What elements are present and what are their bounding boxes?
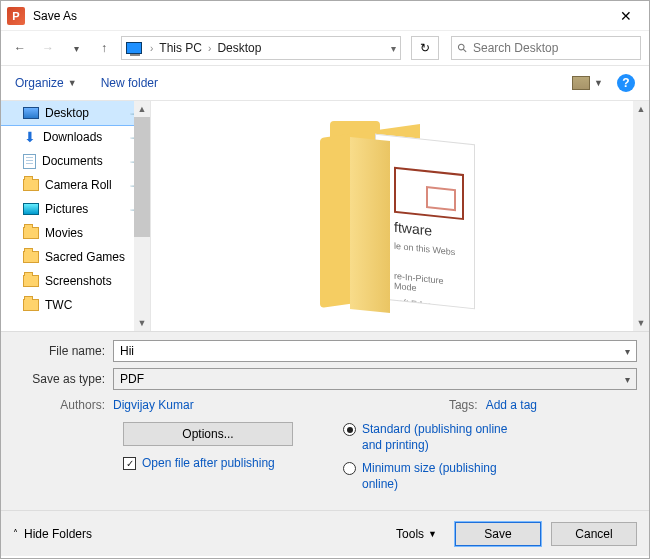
- radio-icon: [343, 423, 356, 436]
- savetype-field[interactable]: PDF ▾: [113, 368, 637, 390]
- sidebar-item-camera-roll[interactable]: Camera Roll 📌: [1, 173, 150, 197]
- app-icon: P: [7, 7, 25, 25]
- cancel-button[interactable]: Cancel: [551, 522, 637, 546]
- sidebar-item-documents[interactable]: Documents 📌: [1, 149, 150, 173]
- search-placeholder: Search Desktop: [473, 41, 558, 55]
- sidebar-item-movies[interactable]: Movies: [1, 221, 150, 245]
- scroll-down-icon[interactable]: ▼: [633, 315, 649, 331]
- this-pc-icon: [126, 42, 142, 54]
- preview-text: re-In-Picture Mode: [394, 271, 466, 299]
- sidebar-item-desktop[interactable]: Desktop 📌: [1, 101, 150, 125]
- footer: ˄ Hide Folders Tools ▼ Save Cancel: [1, 510, 649, 556]
- chevron-down-icon: ▼: [68, 78, 77, 88]
- authors-value[interactable]: Digvijay Kumar: [113, 398, 194, 412]
- title-bar: P Save As ✕: [1, 1, 649, 31]
- up-button[interactable]: ↑: [93, 37, 115, 59]
- radio-standard[interactable]: Standard (publishing online and printing…: [343, 422, 637, 453]
- tools-menu[interactable]: Tools ▼: [396, 527, 437, 541]
- sidebar-item-label: Pictures: [45, 202, 88, 216]
- chevron-down-icon: ▼: [594, 78, 603, 88]
- sidebar-item-pictures[interactable]: Pictures 📌: [1, 197, 150, 221]
- document-icon: [23, 154, 36, 169]
- sidebar-item-screenshots[interactable]: Screenshots: [1, 269, 150, 293]
- search-input[interactable]: ⚲ Search Desktop: [451, 36, 641, 60]
- authors-label: Authors:: [13, 398, 113, 412]
- scroll-down-icon[interactable]: ▼: [134, 315, 150, 331]
- sidebar-item-label: Sacred Games: [45, 250, 125, 264]
- folder-icon: [23, 227, 39, 239]
- tags-label: Tags:: [449, 398, 478, 412]
- save-form: File name: ▾ Save as type: PDF ▾ Authors…: [1, 331, 649, 510]
- savetype-label: Save as type:: [13, 372, 113, 386]
- scroll-thumb[interactable]: [134, 117, 150, 237]
- filename-field[interactable]: ▾: [113, 340, 637, 362]
- preview-text: ftware: [394, 219, 466, 243]
- radio-minimum[interactable]: Minimum size (publishing online): [343, 461, 637, 492]
- desktop-icon: [23, 107, 39, 119]
- filename-label: File name:: [13, 344, 113, 358]
- filename-dropdown[interactable]: ▾: [625, 346, 630, 357]
- breadcrumb-this-pc[interactable]: This PC: [159, 41, 202, 55]
- folder-preview-icon[interactable]: ftware le on this Webs re-In-Picture Mod…: [320, 121, 480, 311]
- sidebar-item-label: Downloads: [43, 130, 102, 144]
- sidebar-item-sacred-games[interactable]: Sacred Games: [1, 245, 150, 269]
- sidebar-item-label: Desktop: [45, 106, 89, 120]
- new-folder-button[interactable]: New folder: [101, 76, 158, 90]
- sidebar-item-label: TWC: [45, 298, 72, 312]
- folder-icon: [23, 251, 39, 263]
- open-after-checkbox[interactable]: ✓ Open file after publishing: [123, 456, 313, 470]
- checkbox-icon: ✓: [123, 457, 136, 470]
- view-mode-button[interactable]: [572, 76, 590, 90]
- sidebar: Desktop 📌 ⬇ Downloads 📌 Documents 📌 Came…: [1, 101, 151, 331]
- address-bar[interactable]: › This PC › Desktop ▾: [121, 36, 401, 60]
- scroll-up-icon[interactable]: ▲: [633, 101, 649, 117]
- nav-row: ← → ▾ ↑ › This PC › Desktop ▾ ↻ ⚲ Search…: [1, 31, 649, 65]
- folder-preview-pane: ftware le on this Webs re-In-Picture Mod…: [151, 101, 649, 331]
- tags-value[interactable]: Add a tag: [486, 398, 537, 412]
- preview-text: soft Edge Chromium: [394, 297, 466, 310]
- sidebar-scrollbar[interactable]: ▲ ▼: [134, 101, 150, 331]
- close-button[interactable]: ✕: [603, 1, 649, 31]
- radio-minimum-label: Minimum size (publishing online): [362, 461, 512, 492]
- download-icon: ⬇: [23, 130, 37, 144]
- sidebar-item-label: Camera Roll: [45, 178, 112, 192]
- filename-input[interactable]: [120, 344, 625, 358]
- toolbar: Organize ▼ New folder ▼ ?: [1, 65, 649, 101]
- hide-folders-button[interactable]: ˄ Hide Folders: [13, 527, 92, 541]
- help-button[interactable]: ?: [617, 74, 635, 92]
- sidebar-item-twc[interactable]: TWC: [1, 293, 150, 317]
- radio-icon: [343, 462, 356, 475]
- picture-icon: [23, 203, 39, 215]
- folder-icon: [23, 299, 39, 311]
- back-button[interactable]: ←: [9, 37, 31, 59]
- preview-scrollbar[interactable]: ▲ ▼: [633, 101, 649, 331]
- search-icon: ⚲: [454, 40, 470, 56]
- open-after-label: Open file after publishing: [142, 456, 275, 470]
- sidebar-item-label: Screenshots: [45, 274, 112, 288]
- body: Desktop 📌 ⬇ Downloads 📌 Documents 📌 Came…: [1, 101, 649, 331]
- sidebar-item-label: Documents: [42, 154, 103, 168]
- scroll-up-icon[interactable]: ▲: [134, 101, 150, 117]
- chevron-right-icon: ›: [150, 43, 153, 54]
- chevron-right-icon: ›: [208, 43, 211, 54]
- savetype-dropdown[interactable]: ▾: [625, 374, 630, 385]
- window-title: Save As: [33, 9, 77, 23]
- radio-standard-label: Standard (publishing online and printing…: [362, 422, 512, 453]
- savetype-value: PDF: [120, 372, 144, 386]
- chevron-down-icon: ▼: [428, 529, 437, 539]
- chevron-up-icon: ˄: [13, 528, 18, 539]
- organize-menu[interactable]: Organize ▼: [15, 76, 77, 90]
- hide-folders-label: Hide Folders: [24, 527, 92, 541]
- address-dropdown[interactable]: ▾: [391, 43, 396, 54]
- sidebar-item-downloads[interactable]: ⬇ Downloads 📌: [1, 125, 150, 149]
- refresh-button[interactable]: ↻: [411, 36, 439, 60]
- breadcrumb-desktop[interactable]: Desktop: [217, 41, 261, 55]
- forward-button[interactable]: →: [37, 37, 59, 59]
- preview-text: le on this Webs: [394, 241, 466, 259]
- options-button[interactable]: Options...: [123, 422, 293, 446]
- save-button[interactable]: Save: [455, 522, 541, 546]
- preview-thumbnail-icon: [394, 167, 464, 220]
- folder-icon: [23, 179, 39, 191]
- recent-dropdown[interactable]: ▾: [65, 37, 87, 59]
- sidebar-item-label: Movies: [45, 226, 83, 240]
